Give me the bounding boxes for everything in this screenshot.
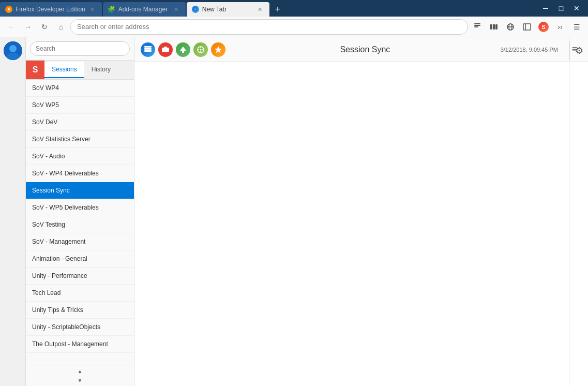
svg-point-16 xyxy=(9,45,17,52)
svg-rect-18 xyxy=(144,50,152,52)
tab-newtab-label: New Tab xyxy=(202,6,226,13)
session-item-11[interactable]: Animation - General xyxy=(26,250,134,268)
session-item-13[interactable]: Tech Lead xyxy=(26,285,134,302)
tab-addons[interactable]: 🧩 Add-ons Manager ✕ xyxy=(103,2,186,17)
svg-point-3 xyxy=(194,8,197,10)
svg-rect-24 xyxy=(182,51,184,53)
session-item-8[interactable]: SoV - WP5 Deliverables xyxy=(26,199,134,216)
tab-firefox-close[interactable]: ✕ xyxy=(88,5,97,13)
svg-rect-9 xyxy=(495,24,497,29)
menu-icon[interactable]: ☰ xyxy=(569,20,584,34)
session-panel: S Sessions History SoV WP4 SoV WP5 SoV D… xyxy=(26,37,134,386)
session-item-12[interactable]: Unity - Performance xyxy=(26,268,134,285)
session-item-10[interactable]: SoV - Management xyxy=(26,233,134,250)
user-avatar[interactable] xyxy=(4,41,22,60)
globe-icon[interactable] xyxy=(503,20,518,34)
session-item-4[interactable]: SoV Statistics Server xyxy=(26,131,134,148)
session-item-3[interactable]: SoV DeV xyxy=(26,114,134,131)
overflow-icon[interactable]: ›› xyxy=(553,20,567,34)
tab-newtab[interactable]: New Tab ✕ xyxy=(187,2,269,17)
svg-rect-20 xyxy=(144,46,152,48)
reload-button[interactable]: ↻ xyxy=(37,20,52,34)
svg-rect-13 xyxy=(523,24,531,30)
fav-star-icon[interactable] xyxy=(211,42,225,57)
maximize-button[interactable]: □ xyxy=(554,1,568,16)
session-item-5[interactable]: SoV - Audio xyxy=(26,148,134,165)
session-item-15[interactable]: Unity - ScriptableObjects xyxy=(26,319,134,336)
sidebar-icon[interactable] xyxy=(520,20,534,34)
svg-marker-23 xyxy=(180,47,186,51)
svg-rect-4 xyxy=(474,23,480,24)
main-title: Session Sync xyxy=(235,45,495,54)
scroll-arrows: ▲ ▼ xyxy=(26,365,134,386)
home-button[interactable]: ⌂ xyxy=(54,20,68,34)
svg-point-1 xyxy=(8,8,10,10)
svg-rect-5 xyxy=(474,25,480,26)
tab-sessions[interactable]: Sessions xyxy=(44,62,84,78)
toolbar-right: S ›› ☰ xyxy=(470,20,584,34)
session-item-2[interactable]: SoV WP5 xyxy=(26,97,134,114)
svg-rect-8 xyxy=(493,24,495,29)
svg-point-28 xyxy=(200,51,201,52)
tab-firefox[interactable]: Firefox Developer Edition ✕ xyxy=(0,2,102,17)
session-item-1[interactable]: SoV WP4 xyxy=(26,80,134,97)
tab-history[interactable]: History xyxy=(84,62,118,78)
session-search-input[interactable] xyxy=(30,41,130,56)
newtab-favicon xyxy=(192,6,199,13)
svg-point-30 xyxy=(202,49,203,50)
svg-rect-7 xyxy=(490,24,492,29)
session-item-6[interactable]: SoV - WP4 Deliverables xyxy=(26,165,134,182)
main-view: Session Sync 3/12/2018, 9:09:45 PM ≡ ⚙ xyxy=(134,37,588,386)
content-area: S Sessions History SoV WP4 SoV WP5 SoV D… xyxy=(0,37,588,386)
library-icon[interactable] xyxy=(487,20,501,34)
tab-addons-close[interactable]: ✕ xyxy=(172,5,180,13)
bookmarks-icon[interactable] xyxy=(470,20,485,34)
avatar-image xyxy=(4,41,22,60)
session-item-16[interactable]: The Outpost - Management xyxy=(26,336,134,353)
session-timestamp: 3/12/2018, 9:09:45 PM xyxy=(501,47,562,53)
tab-firefox-label: Firefox Developer Edition xyxy=(16,6,85,13)
session-item-9[interactable]: SoV Testing xyxy=(26,216,134,233)
back-button[interactable]: ← xyxy=(4,20,19,34)
main-header: Session Sync 3/12/2018, 9:09:45 PM ≡ xyxy=(134,37,588,62)
sidebar-avatar xyxy=(0,37,26,386)
tab-newtab-close[interactable]: ✕ xyxy=(256,5,264,13)
svg-marker-31 xyxy=(215,46,222,53)
svg-point-29 xyxy=(198,49,199,50)
window-controls: ─ □ ✕ xyxy=(534,1,588,16)
scroll-up-button[interactable]: ▲ xyxy=(26,366,134,376)
new-tab-button[interactable]: + xyxy=(270,2,285,17)
main-content xyxy=(134,62,588,386)
fav-circle-icon[interactable] xyxy=(193,42,208,57)
tab-addons-label: Add-ons Manager xyxy=(118,6,168,13)
session-item-14[interactable]: Unity Tips & Tricks xyxy=(26,302,134,319)
minimize-button[interactable]: ─ xyxy=(538,1,553,16)
close-button[interactable]: ✕ xyxy=(569,1,584,16)
session-sync-logo: S xyxy=(26,61,44,79)
svg-point-27 xyxy=(200,47,201,48)
svg-rect-19 xyxy=(144,48,152,50)
fav-up-icon[interactable] xyxy=(176,42,190,57)
session-tabs: S Sessions History xyxy=(26,61,134,80)
toolbar: ← → ↻ ⌂ S ›› ☰ xyxy=(0,17,588,37)
fav-stack-icon[interactable] xyxy=(141,42,155,57)
session-search-area xyxy=(26,37,134,61)
firefox-favicon xyxy=(5,6,12,13)
svg-rect-6 xyxy=(474,26,478,27)
session-list: SoV WP4 SoV WP5 SoV DeV SoV Statistics S… xyxy=(26,80,134,365)
scroll-down-button[interactable]: ▼ xyxy=(26,376,134,385)
titlebar: Firefox Developer Edition ✕ 🧩 Add-ons Ma… xyxy=(0,0,588,17)
fav-camera-icon[interactable] xyxy=(158,42,173,57)
url-bar[interactable] xyxy=(70,19,468,35)
tabs-area: Firefox Developer Edition ✕ 🧩 Add-ons Ma… xyxy=(0,0,534,17)
session-item-7[interactable]: Session Sync xyxy=(26,182,134,199)
svg-point-22 xyxy=(164,49,167,51)
header-icons xyxy=(141,42,225,57)
svg-point-26 xyxy=(200,49,202,50)
puzzle-favicon: 🧩 xyxy=(108,6,115,13)
profile-icon[interactable]: S xyxy=(536,20,551,34)
forward-button[interactable]: → xyxy=(21,20,35,34)
gear-button[interactable]: ⚙ xyxy=(569,41,588,60)
